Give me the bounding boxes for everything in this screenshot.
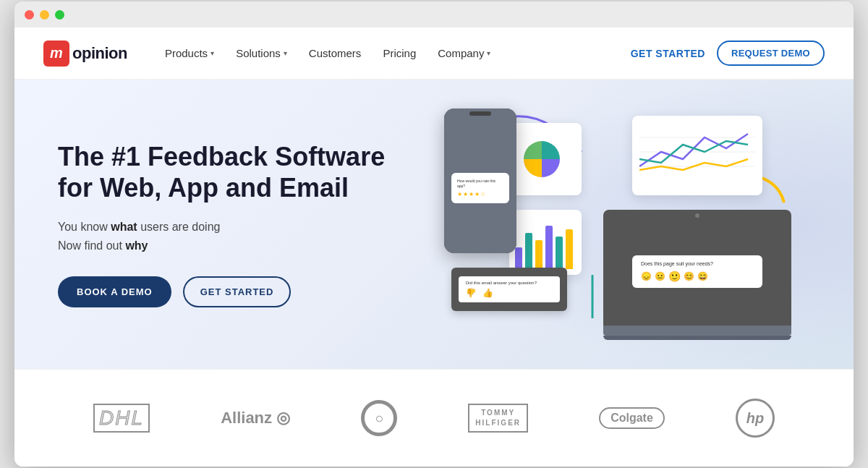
email-thumbs: 👎 👍 xyxy=(466,288,553,298)
thumbs-down-icon: 👎 xyxy=(466,288,477,298)
emoji-1: 😞 xyxy=(641,271,652,281)
phone-notch xyxy=(469,111,491,116)
logos-section: DHL Allianz ◎ ○ TOMMYHILFIGER Colgate hp xyxy=(14,369,854,467)
maximize-dot[interactable] xyxy=(55,10,64,20)
hero-buttons: BOOK A DEMO GET STARTED xyxy=(58,276,396,307)
nav-item-solutions[interactable]: Solutions ▾ xyxy=(227,41,296,65)
bar-chart-card xyxy=(509,210,582,275)
logo-icon: m xyxy=(43,41,69,67)
bar-3 xyxy=(535,240,542,269)
emoji-5: 😄 xyxy=(697,271,708,281)
browser-chrome xyxy=(14,1,854,27)
nav-request-demo-button[interactable]: REQUEST DEMO xyxy=(717,41,825,66)
hero-content: The #1 Feedback Software for Web, App an… xyxy=(58,141,396,308)
laptop-webcam xyxy=(695,213,699,218)
hero-section: The #1 Feedback Software for Web, App an… xyxy=(14,80,854,369)
nav-get-started-button[interactable]: GET STARTED xyxy=(631,48,705,59)
allianz-brand-text: Allianz ◎ xyxy=(221,409,290,427)
colgate-brand-text: Colgate xyxy=(599,407,665,429)
logo-link[interactable]: m opinion xyxy=(43,41,127,67)
minimize-dot[interactable] xyxy=(40,10,49,20)
phone-screen: How would you rate this app? ★★★★☆ xyxy=(444,109,516,253)
nav-links: Products ▾ Solutions ▾ Customers Pricing… xyxy=(156,41,631,65)
logo-dhl: DHL xyxy=(93,404,150,433)
bar-1 xyxy=(515,247,522,269)
navbar: m opinion Products ▾ Solutions ▾ Custome… xyxy=(14,27,854,80)
hero-subtitle: You know what users are doing Now find o… xyxy=(58,218,396,255)
emoji-4: 😊 xyxy=(684,271,694,281)
bar-2 xyxy=(525,233,532,269)
bar-5 xyxy=(556,237,563,269)
tommy-brand-text: TOMMYHILFIGER xyxy=(468,404,528,433)
line-chart-svg xyxy=(639,123,755,181)
products-chevron-icon: ▾ xyxy=(210,49,214,57)
nav-item-pricing[interactable]: Pricing xyxy=(374,41,425,65)
email-label: Did this email answer your question? xyxy=(466,281,553,285)
laptop-emojis: 😞 😐 🙂 😊 😄 xyxy=(641,271,754,282)
company-chevron-icon: ▾ xyxy=(487,49,490,57)
pie-chart-svg xyxy=(520,137,563,181)
email-feedback-box: Did this email answer your question? 👎 👍 xyxy=(459,276,560,302)
solutions-chevron-icon: ▾ xyxy=(284,49,287,57)
nav-actions: GET STARTED REQUEST DEMO xyxy=(631,41,825,66)
laptop-base xyxy=(603,326,791,336)
logo-hp: hp xyxy=(736,399,775,438)
phone-feedback-label: How would you rate this app? xyxy=(457,179,503,188)
hero-illustration: How would you rate this app? ★★★★☆ xyxy=(396,109,810,340)
logo-colgate: Colgate xyxy=(599,407,665,429)
logo-allianz: Allianz ◎ xyxy=(221,409,290,427)
hero-title: The #1 Feedback Software for Web, App an… xyxy=(58,141,396,203)
phone-widget: How would you rate this app? ★★★★☆ xyxy=(444,109,516,253)
nav-item-products[interactable]: Products ▾ xyxy=(156,41,223,65)
hero-get-started-button[interactable]: GET STARTED xyxy=(183,276,292,307)
bar-4 xyxy=(545,226,553,269)
hp-brand-text: hp xyxy=(736,399,775,438)
vodafone-icon: ○ xyxy=(361,400,397,436)
book-demo-button[interactable]: BOOK A DEMO xyxy=(58,276,171,307)
emoji-2: 😐 xyxy=(655,271,665,281)
emoji-3: 🙂 xyxy=(668,271,681,282)
nav-item-company[interactable]: Company ▾ xyxy=(429,41,499,65)
close-dot[interactable] xyxy=(25,10,34,20)
laptop-screen: Does this page suit your needs? 😞 😐 🙂 😊 … xyxy=(603,210,791,326)
illustration-container: How would you rate this app? ★★★★☆ xyxy=(415,109,791,340)
phone-feedback-box: How would you rate this app? ★★★★☆ xyxy=(451,173,509,203)
laptop-feedback-box: Does this page suit your needs? 😞 😐 🙂 😊 … xyxy=(632,255,762,288)
logo-tommy: TOMMYHILFIGER xyxy=(468,404,528,433)
nav-item-customers[interactable]: Customers xyxy=(300,41,370,65)
thumbs-up-icon: 👍 xyxy=(482,288,493,298)
logo-vodafone: ○ xyxy=(361,400,397,436)
dhl-brand-text: DHL xyxy=(93,404,150,433)
laptop-feedback-label: Does this page suit your needs? xyxy=(641,261,754,266)
bar-6 xyxy=(566,229,573,269)
logo-text: opinion xyxy=(72,44,127,63)
phone-stars: ★★★★☆ xyxy=(457,191,503,197)
line-chart-card xyxy=(632,116,762,195)
email-widget: Did this email answer your question? 👎 👍 xyxy=(451,268,567,311)
laptop-widget: Does this page suit your needs? 😞 😐 🙂 😊 … xyxy=(603,210,791,340)
laptop-foot xyxy=(603,336,791,340)
